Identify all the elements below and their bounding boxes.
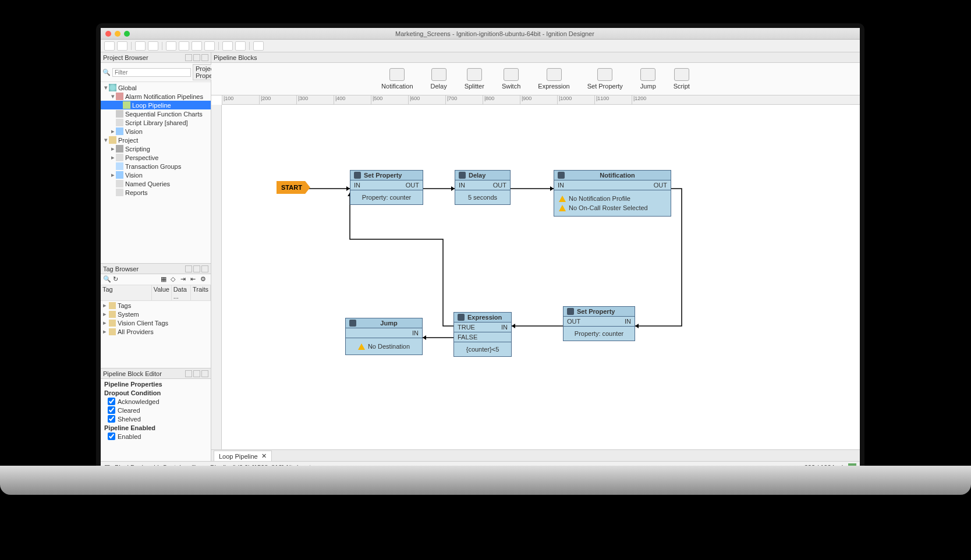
tree-node-vision-global[interactable]: ▸Vision (101, 127, 211, 136)
panel-title: Pipeline Blocks (214, 54, 257, 61)
tree-node-alarm-pipelines[interactable]: ▾Alarm Notification Pipelines (101, 92, 211, 101)
svg-marker-8 (512, 324, 515, 328)
dock-icon[interactable] (185, 54, 192, 61)
start-block[interactable]: START (277, 181, 310, 194)
close-tab-icon[interactable]: ✕ (261, 452, 267, 460)
tree-node-vision-project[interactable]: ▸Vision (101, 171, 211, 179)
palette-expression[interactable]: Expression (538, 68, 569, 90)
dropout-condition-label: Dropout Condition (104, 389, 207, 396)
acknowledged-checkbox[interactable] (108, 398, 115, 405)
redo-button[interactable] (148, 41, 158, 51)
refresh-icon[interactable]: ↻ (113, 275, 121, 283)
save-all-button[interactable] (117, 41, 127, 51)
tag-browser-header: Tag Browser (101, 264, 211, 274)
cleared-checkbox[interactable] (108, 406, 115, 414)
delay-icon (459, 172, 466, 179)
switch-icon (504, 68, 519, 81)
tree-node-transaction-groups[interactable]: Transaction Groups (101, 162, 211, 171)
expression-icon (547, 68, 562, 81)
enabled-checkbox[interactable] (108, 433, 115, 440)
tool-a-button[interactable] (222, 41, 233, 51)
palette-set-property[interactable]: Set Property (587, 68, 623, 90)
undo-button[interactable] (135, 41, 146, 51)
palette-switch[interactable]: Switch (502, 68, 520, 90)
tab-loop-pipeline[interactable]: Loop Pipeline ✕ (214, 451, 272, 461)
cut-button[interactable] (166, 41, 176, 51)
expression-icon (458, 314, 465, 321)
pipeline-canvas[interactable]: START Set Property INOUT Property: count… (222, 105, 860, 449)
dock-icon[interactable] (185, 265, 192, 272)
shelved-checkbox[interactable] (108, 415, 115, 423)
maximize-icon[interactable] (124, 31, 130, 37)
search-icon[interactable]: 🔍 (103, 275, 111, 283)
svg-marker-11 (423, 335, 426, 340)
ruler-horizontal: |100|200|300|400|500|600|700|800|900|100… (222, 95, 860, 105)
tag-gear-icon[interactable]: ⚙ (200, 275, 208, 283)
pipeline-blocks-header: Pipeline Blocks (211, 52, 860, 63)
ruler-vertical (211, 105, 222, 449)
palette-jump[interactable]: Jump (640, 68, 656, 90)
tree-node-sfc[interactable]: Sequential Function Charts (101, 109, 211, 118)
minimize-panel-icon[interactable] (193, 370, 200, 377)
minimize-panel-icon[interactable] (193, 54, 200, 61)
pipeline-enabled-label: Pipeline Enabled (104, 424, 207, 431)
expression-block[interactable]: Expression TRUEIN FALSE {counter}<5 (453, 312, 512, 357)
tree-node-perspective[interactable]: ▸Perspective (101, 153, 211, 162)
set-property-block-2[interactable]: Set Property OUTIN Property: counter (563, 306, 635, 341)
tag-export-icon[interactable]: ⇤ (190, 275, 199, 283)
tree-node-project[interactable]: ▾Project (101, 136, 211, 144)
block-palette: Notification Delay Splitter Switch Expre… (211, 63, 860, 95)
tag-row[interactable]: ▸All Providers (101, 327, 211, 336)
save-button[interactable] (104, 41, 115, 51)
window-title: Marketing_Screens - Ignition-ignition8-u… (130, 30, 860, 37)
warning-icon (358, 343, 365, 350)
palette-notification[interactable]: Notification (381, 68, 413, 90)
delay-block[interactable]: Delay INOUT 5 seconds (455, 170, 511, 205)
tree-node-reports[interactable]: Reports (101, 188, 211, 197)
set-property-icon (354, 172, 361, 179)
filter-input[interactable] (112, 68, 191, 77)
tag-tool-icon[interactable]: ▦ (161, 275, 169, 283)
panel-title: Project Browser (103, 54, 148, 61)
notification-icon (558, 172, 565, 179)
palette-splitter[interactable]: Splitter (465, 68, 484, 90)
panel-title: Pipeline Block Editor (103, 370, 162, 377)
tree-node-scripting[interactable]: ▸Scripting (101, 144, 211, 153)
tag-import-icon[interactable]: ⇥ (180, 275, 189, 283)
dock-icon[interactable] (185, 370, 192, 377)
set-property-icon (597, 68, 612, 81)
copy-button[interactable] (179, 41, 189, 51)
jump-icon (640, 68, 655, 81)
main-toolbar (101, 40, 860, 52)
close-panel-icon[interactable] (201, 370, 208, 377)
pipeline-properties-label: Pipeline Properties (104, 381, 162, 388)
tag-row[interactable]: ▸System (101, 310, 211, 318)
warning-icon (559, 205, 566, 211)
close-panel-icon[interactable] (201, 265, 208, 272)
tree-node-script-library[interactable]: Script Library [shared] (101, 118, 211, 127)
palette-script[interactable]: Script (674, 68, 690, 90)
paste-button[interactable] (192, 41, 202, 51)
tool-b-button[interactable] (235, 41, 246, 51)
tree-node-named-queries[interactable]: Named Queries (101, 179, 211, 188)
tree-node-global[interactable]: ▾Global (101, 83, 211, 92)
set-property-block[interactable]: Set Property INOUT Property: counter (350, 170, 423, 205)
project-tree: ▾Global ▾Alarm Notification Pipelines Lo… (101, 82, 211, 263)
block-editor-header: Pipeline Block Editor (101, 368, 211, 379)
close-icon[interactable] (105, 31, 111, 37)
jump-block[interactable]: Jump IN No Destination (345, 318, 423, 355)
palette-delay[interactable]: Delay (431, 68, 447, 90)
script-icon (674, 68, 689, 81)
minimize-panel-icon[interactable] (193, 265, 200, 272)
notification-block[interactable]: Notification INOUT No Notification Profi… (554, 170, 671, 217)
set-property-icon (567, 308, 574, 315)
close-panel-icon[interactable] (201, 54, 208, 61)
tag-tool-icon[interactable]: ◇ (171, 275, 179, 283)
minimize-icon[interactable] (115, 31, 121, 37)
tag-row[interactable]: ▸Tags (101, 301, 211, 310)
tool-c-button[interactable] (253, 41, 264, 51)
tree-node-loop-pipeline[interactable]: Loop Pipeline (101, 101, 211, 109)
tag-row[interactable]: ▸Vision Client Tags (101, 318, 211, 327)
delete-button[interactable] (204, 41, 215, 51)
splitter-icon (467, 68, 482, 81)
